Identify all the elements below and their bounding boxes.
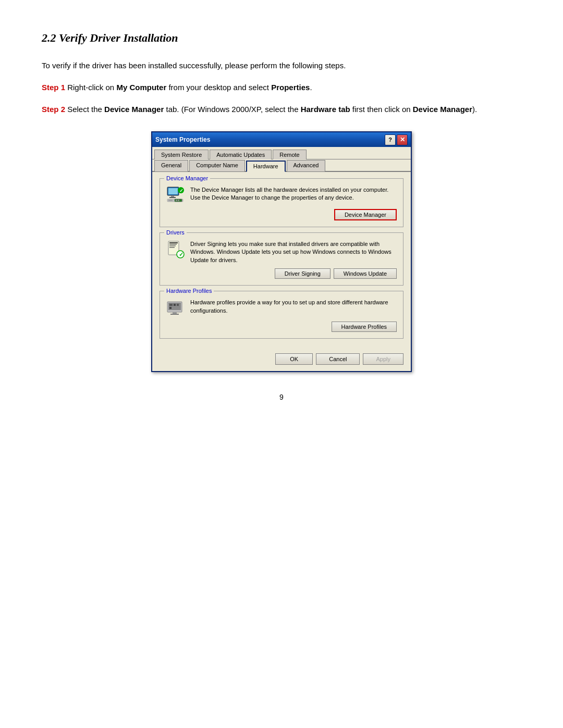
device-manager-button[interactable]: Device Manager: [334, 209, 397, 220]
tab-hardware[interactable]: Hardware: [246, 161, 286, 172]
dialog-footer: OK Cancel Apply: [152, 349, 411, 371]
drivers-content: ✓ Driver Signing lets you make sure that…: [166, 240, 397, 264]
tab-strip-top: System Restore Automatic Updates Remote: [152, 147, 411, 159]
step2-devicemgr: Device Manager: [104, 105, 164, 114]
svg-rect-5: [168, 200, 173, 201]
step1-mycomputer: My Computer: [116, 83, 166, 92]
driver-signing-button[interactable]: Driver Signing: [275, 268, 331, 279]
hardware-profiles-label: Hardware Profiles: [164, 288, 214, 294]
svg-text:✓: ✓: [179, 188, 183, 193]
svg-rect-8: [178, 200, 179, 201]
hardware-profiles-content: Hardware profiles provide a way for you …: [166, 299, 397, 317]
drivers-icon: ✓: [166, 240, 185, 259]
device-manager-content: ✓ The Device Manager lists all the hardw…: [166, 186, 397, 205]
svg-rect-1: [168, 188, 178, 194]
dialog-wrapper: System Properties ? ✕ System Restore Aut…: [42, 131, 521, 372]
svg-rect-22: [169, 304, 173, 306]
svg-rect-7: [176, 200, 177, 201]
device-manager-icon-svg: ✓: [166, 186, 185, 205]
svg-rect-25: [169, 307, 172, 309]
dialog-title: System Properties: [155, 136, 210, 143]
hardware-profiles-group: Hardware Profiles: [160, 291, 403, 339]
cancel-button[interactable]: Cancel: [316, 353, 360, 365]
tab-advanced[interactable]: Advanced: [287, 160, 326, 171]
svg-rect-21: [170, 314, 179, 315]
svg-rect-12: [169, 242, 178, 243]
step2: Step 2 Select the Device Manager tab. (F…: [42, 103, 521, 116]
svg-rect-3: [169, 197, 176, 198]
svg-rect-23: [174, 304, 176, 306]
drivers-group: Drivers ✓: [160, 232, 403, 286]
hardware-profiles-icon: [166, 299, 185, 317]
step1-properties: Properties: [271, 83, 310, 92]
svg-rect-20: [173, 312, 177, 314]
svg-rect-13: [169, 244, 177, 245]
step2-hardwaretab: Hardware tab: [301, 105, 350, 114]
device-manager-group: Device Manager: [160, 178, 403, 227]
page-number: 9: [42, 393, 521, 401]
help-button[interactable]: ?: [385, 134, 396, 145]
dialog-content: Device Manager: [152, 172, 411, 349]
system-properties-dialog: System Properties ? ✕ System Restore Aut…: [151, 131, 412, 372]
hardware-profiles-icon-svg: [166, 299, 185, 317]
drivers-text: Driver Signing lets you make sure that i…: [190, 240, 397, 264]
drivers-icon-svg: ✓: [166, 240, 185, 259]
svg-rect-15: [169, 247, 175, 248]
title-bar: System Properties ? ✕: [152, 132, 411, 147]
section-title: 2.2 Verify Driver Installation: [42, 31, 521, 45]
drivers-label: Drivers: [164, 229, 187, 236]
tab-strip-bottom: General Computer Name Hardware Advanced: [152, 159, 411, 172]
step1-label: Step 1: [42, 83, 65, 92]
windows-update-button[interactable]: Windows Update: [334, 268, 397, 279]
intro-text: To verify if the driver has been install…: [42, 59, 521, 72]
step1: Step 1 Right-click on My Computer from y…: [42, 81, 521, 94]
step2-label: Step 2: [42, 105, 65, 114]
close-button[interactable]: ✕: [397, 134, 408, 145]
device-manager-text: The Device Manager lists all the hardwar…: [190, 186, 397, 202]
svg-rect-14: [169, 245, 176, 246]
tab-computer-name[interactable]: Computer Name: [189, 160, 245, 171]
tab-system-restore[interactable]: System Restore: [154, 150, 209, 159]
drivers-btn-row: Driver Signing Windows Update: [166, 268, 397, 279]
hardware-profiles-btn-row: Hardware Profiles: [166, 322, 397, 332]
device-manager-label: Device Manager: [164, 175, 210, 181]
ok-button[interactable]: OK: [275, 353, 313, 365]
svg-text:✓: ✓: [179, 251, 183, 257]
device-manager-btn-row: Device Manager: [166, 209, 397, 220]
hardware-profiles-button[interactable]: Hardware Profiles: [332, 322, 397, 332]
tab-remote[interactable]: Remote: [273, 150, 307, 159]
step2-devicemgr2: Device Manager: [413, 105, 472, 114]
tab-general[interactable]: General: [154, 160, 188, 171]
device-manager-icon: ✓: [166, 186, 185, 205]
tab-automatic-updates[interactable]: Automatic Updates: [210, 150, 272, 159]
svg-rect-2: [171, 195, 174, 197]
hardware-profiles-text: Hardware profiles provide a way for you …: [190, 299, 397, 315]
apply-button[interactable]: Apply: [363, 353, 403, 365]
svg-rect-24: [177, 304, 179, 306]
title-bar-buttons: ? ✕: [385, 134, 408, 145]
